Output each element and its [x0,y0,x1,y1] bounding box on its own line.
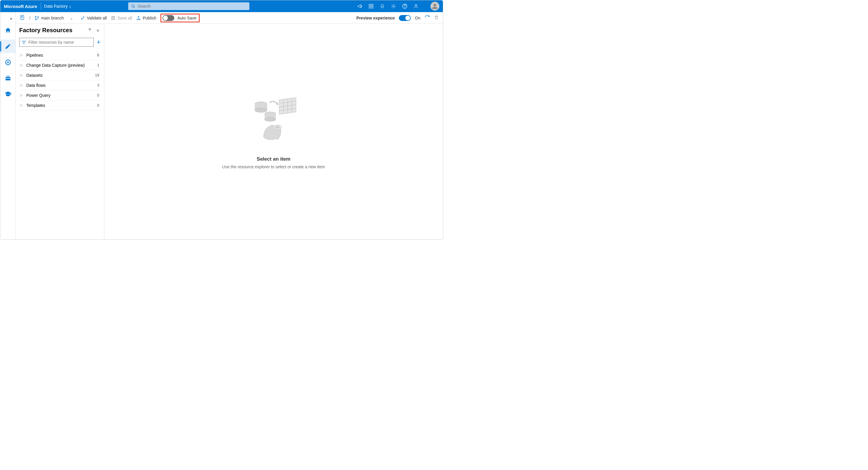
svg-rect-24 [137,19,140,20]
svg-point-9 [415,4,417,6]
tree-item-templates[interactable]: ▷ Templates 0 [19,100,100,110]
autosave-toggle[interactable] [162,15,174,21]
rail-expand-button[interactable]: » [10,14,16,21]
toolbox-icon [5,75,11,81]
validate-all-button[interactable]: Validate all [80,15,107,21]
azure-top-bar: Microsoft Azure Data Factory [0,0,443,12]
global-search[interactable] [128,2,249,10]
tree-item-powerquery[interactable]: ▷ Power Query 0 [19,90,100,100]
caret-right-icon: ▷ [20,83,24,87]
filter-icon [22,40,26,44]
preview-state: On [415,15,421,21]
svg-point-10 [433,4,436,6]
caret-right-icon: ▷ [20,53,24,57]
empty-heading: Select an item [257,156,290,162]
announce-icon[interactable] [357,4,363,9]
header-actions [357,4,425,9]
svg-line-1 [133,7,135,8]
tree-item-datasets[interactable]: ▷ Datasets 19 [19,70,100,80]
notifications-icon[interactable] [380,4,385,9]
svg-rect-2 [369,4,370,6]
resource-tree: ▷ Pipelines 6 ▷ Change Data Capture (pre… [19,50,100,110]
svg-rect-3 [372,4,373,6]
empty-canvas: Select an item Use the resource explorer… [104,24,443,239]
svg-point-8 [405,7,405,8]
user-avatar[interactable] [430,2,439,11]
rail-manage[interactable] [0,71,16,85]
collapse-panel-icon[interactable]: « [95,28,100,33]
svg-point-40 [275,126,280,129]
caret-right-icon: ▷ [20,73,24,77]
check-icon [80,15,85,21]
svg-rect-22 [113,16,114,17]
service-name: Data Factory [44,4,68,8]
svg-rect-15 [5,78,10,79]
authoring-toolbar: / main branch ⌄ Validate all Save all Pu… [16,12,443,24]
caret-right-icon: ▷ [20,93,24,97]
filter-box[interactable] [19,38,94,47]
svg-point-20 [37,16,38,18]
directories-icon[interactable] [368,4,374,9]
graduation-icon [4,91,11,98]
rail-learn[interactable] [0,88,16,101]
chevron-down-icon: ⌄ [70,15,73,21]
slash: / [29,15,30,21]
svg-point-0 [131,5,134,7]
tree-item-dataflows[interactable]: ▷ Data flows 3 [19,80,100,90]
caret-right-icon: ▷ [20,63,24,67]
home-icon [4,27,11,34]
save-icon [111,15,116,21]
left-rail: » [0,12,16,239]
svg-rect-14 [5,77,10,80]
svg-rect-5 [372,7,373,8]
chevron-right-icon [69,4,71,8]
repo-icon[interactable] [20,15,25,21]
autosave-label: Auto Save [177,15,196,21]
rail-monitor[interactable] [0,56,16,69]
svg-rect-4 [369,7,370,8]
svg-point-17 [22,16,23,18]
empty-subtext: Use the resource explorer to select or c… [222,164,325,169]
branch-picker[interactable]: main branch ⌄ [35,15,73,21]
tree-item-cdc[interactable]: ▷ Change Data Capture (preview) 1 [19,60,100,70]
refresh-icon[interactable] [425,15,430,21]
caret-right-icon: ▷ [20,103,24,107]
explorer-title: Factory Resources [19,27,84,34]
add-resource-button[interactable]: + [97,38,100,46]
preview-toggle[interactable] [399,15,411,21]
rail-author[interactable] [0,40,16,53]
settings-icon[interactable] [391,4,396,9]
delete-icon[interactable] [434,15,439,21]
gauge-icon [5,59,11,66]
search-icon [131,4,135,8]
divider [41,3,41,10]
branch-icon [35,15,39,21]
empty-state-illustration [246,94,302,150]
help-icon[interactable] [402,4,407,9]
svg-point-37 [265,118,276,121]
search-input[interactable] [138,4,246,8]
preview-exp-label: Preview experience [356,15,395,21]
svg-point-18 [35,16,36,17]
expand-all-icon[interactable] [87,28,93,33]
svg-point-27 [255,108,267,112]
feedback-icon[interactable] [413,4,418,9]
rail-home[interactable] [0,24,16,37]
svg-point-6 [393,6,395,7]
save-all-button: Save all [111,15,132,21]
service-breadcrumb[interactable]: Data Factory [43,4,72,8]
publish-button[interactable]: Publish [136,15,156,21]
autosave-highlight: Auto Save [160,13,200,23]
upload-icon [136,15,141,21]
branch-name: main branch [41,15,64,21]
tree-item-pipelines[interactable]: ▷ Pipelines 6 [19,50,100,60]
resource-explorer: Factory Resources « + ▷ Pi [16,24,104,239]
brand-logo[interactable]: Microsoft Azure [4,4,41,9]
pencil-icon [5,43,11,49]
filter-input[interactable] [28,40,91,44]
svg-point-19 [35,19,36,20]
svg-point-13 [7,62,8,63]
svg-rect-23 [112,18,114,20]
